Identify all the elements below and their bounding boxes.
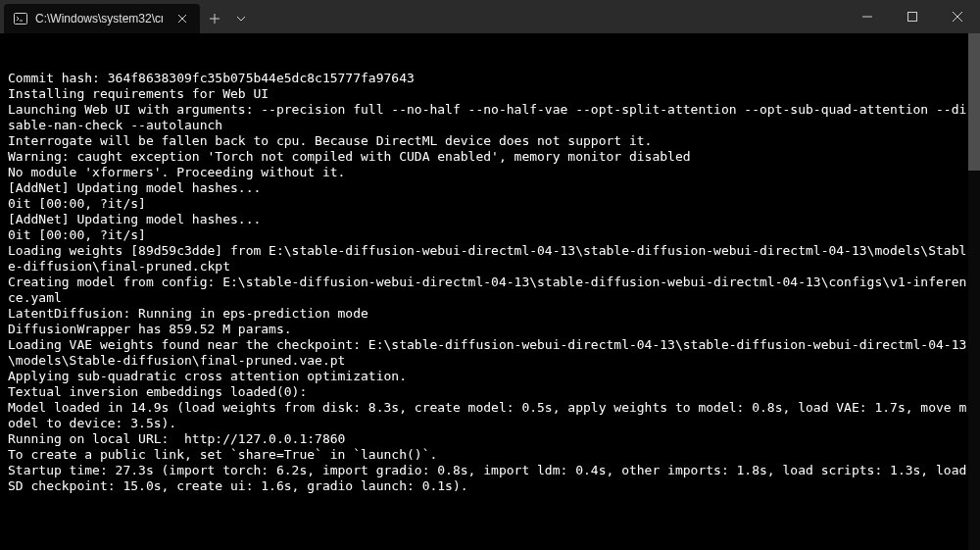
tab-active[interactable]: C:\Windows\system32\cmd.e [4,4,200,33]
tab-dropdown-button[interactable] [229,4,253,33]
new-tab-button[interactable] [200,4,229,33]
titlebar: C:\Windows\system32\cmd.e [0,0,980,33]
terminal-line: Creating model from config: E:\stable-di… [8,275,972,306]
svg-rect-7 [908,13,917,22]
scrollbar-vertical[interactable] [968,33,980,550]
terminal-line: Launching Web UI with arguments: --preci… [8,102,972,133]
terminal-line: [AddNet] Updating model hashes... [8,212,972,227]
cmd-icon [14,12,27,25]
terminal-line: Applying sub-quadratic cross attention o… [8,369,972,384]
chevron-down-icon [236,14,246,24]
terminal-line: To create a public link, set `share=True… [8,447,972,463]
terminal-line: Installing requirements for Web UI [8,86,972,102]
maximize-icon [907,12,917,22]
minimize-icon [862,12,872,22]
scrollbar-thumb[interactable] [968,33,980,171]
tab-title: C:\Windows\system32\cmd.e [35,12,163,25]
terminal-line: LatentDiffusion: Running in eps-predicti… [8,306,972,322]
close-icon [177,14,187,24]
terminal-line: [AddNet] Updating model hashes... [8,180,972,196]
terminal-line: 0it [00:00, ?it/s] [8,196,972,212]
svg-rect-0 [15,14,27,25]
terminal-line: Loading weights [89d59c3dde] from E:\sta… [8,243,972,275]
terminal-line: Startup time: 27.3s (import torch: 6.2s,… [8,463,972,494]
terminal-line: 0it [00:00, ?it/s] [8,227,972,243]
terminal-line: Commit hash: 364f8638309fc35b075b44e5dc8… [8,71,972,86]
terminal-line: Interrogate will be fallen back to cpu. … [8,133,972,149]
terminal-line: Running on local URL: http://127.0.0.1:7… [8,431,972,447]
terminal-line: Warning: caught exception 'Torch not com… [8,149,972,165]
terminal-line: No module 'xformers'. Proceeding without… [8,165,972,180]
terminal-line: Loading VAE weights found near the check… [8,337,972,369]
titlebar-drag-region[interactable] [253,0,845,33]
terminal-line: Textual inversion embeddings loaded(0): [8,384,972,400]
terminal-output[interactable]: Commit hash: 364f8638309fc35b075b44e5dc8… [0,33,980,550]
tab-close-button[interactable] [174,11,190,26]
plus-icon [209,13,220,25]
close-button[interactable] [935,0,980,33]
close-icon [953,12,962,22]
maximize-button[interactable] [890,0,935,33]
terminal-line: Model loaded in 14.9s (load weights from… [8,400,972,431]
terminal-line: DiffusionWrapper has 859.52 M params. [8,322,972,337]
minimize-button[interactable] [845,0,890,33]
